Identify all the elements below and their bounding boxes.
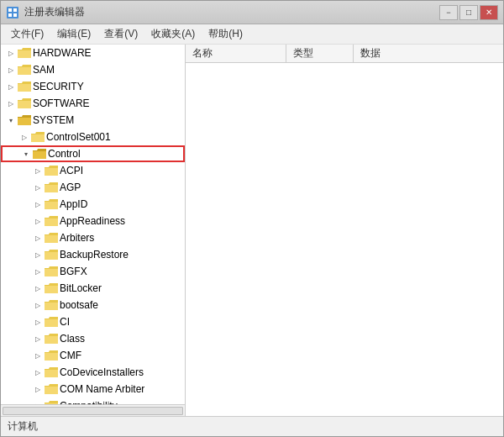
label-agp: AGP (60, 182, 81, 193)
label-backuprestore: BackupRestore (60, 249, 129, 261)
col-header-type: 类型 (286, 45, 354, 62)
tree-item-system[interactable]: ▾ SYSTEM (1, 112, 185, 129)
tree-item-software[interactable]: ▷ SOFTWARE (1, 95, 185, 112)
folder-icon-arbiters (45, 232, 58, 244)
tree-item-class[interactable]: ▷ Class (1, 330, 185, 347)
folder-icon-acpi (45, 165, 58, 176)
tree-item-bgfx[interactable]: ▷ BGFX (1, 263, 185, 280)
expand-control[interactable]: ▾ (19, 147, 33, 161)
label-comname: COM Name Arbiter (60, 383, 144, 395)
title-bar: 注册表编辑器 － □ ✕ (1, 1, 503, 24)
folder-icon-backuprestore (45, 249, 58, 261)
expand-hardware[interactable]: ▷ (4, 46, 18, 60)
detail-header: 名称 类型 数据 (186, 45, 503, 63)
svg-rect-2 (13, 8, 17, 12)
expand-codeviceinstallers[interactable]: ▷ (31, 366, 45, 379)
label-arbiters: Arbiters (60, 232, 94, 244)
tree-item-appid[interactable]: ▷ AppID (1, 196, 185, 213)
minimize-button[interactable]: － (439, 5, 458, 20)
expand-bootsafe[interactable]: ▷ (31, 298, 45, 312)
label-codeviceinstallers: CoDeviceInstallers (60, 366, 144, 378)
label-controlset001: ControlSet001 (46, 131, 111, 143)
label-appreadiness: AppReadiness (60, 215, 125, 227)
maximize-button[interactable]: □ (459, 5, 478, 20)
folder-icon-codeviceinstallers (45, 366, 58, 378)
menu-bar: 文件(F) 编辑(E) 查看(V) 收藏夹(A) 帮助(H) (1, 24, 503, 45)
main-content: ▷ HARDWARE ▷ (1, 45, 503, 416)
expand-backuprestore[interactable]: ▷ (31, 248, 45, 261)
expand-sam[interactable]: ▷ (4, 63, 18, 76)
expand-arbiters[interactable]: ▷ (31, 231, 45, 245)
label-bootsafe: bootsafe (60, 299, 98, 311)
menu-edit[interactable]: 编辑(E) (50, 25, 97, 43)
status-text: 计算机 (8, 419, 38, 434)
expand-appid[interactable]: ▷ (31, 197, 45, 211)
folder-icon-bitlocker (45, 282, 58, 294)
folder-icon-system (18, 114, 31, 126)
menu-view[interactable]: 查看(V) (97, 25, 144, 43)
folder-icon-controlset001 (31, 131, 45, 143)
tree-item-cmf[interactable]: ▷ CMF (1, 347, 185, 364)
tree-item-codeviceinstallers[interactable]: ▷ CoDeviceInstallers (1, 364, 185, 381)
label-appid: AppID (60, 198, 87, 210)
expand-ci[interactable]: ▷ (31, 315, 45, 329)
expand-security[interactable]: ▷ (4, 80, 18, 93)
menu-file[interactable]: 文件(F) (4, 25, 50, 43)
folder-icon-bgfx (45, 266, 58, 277)
expand-agp[interactable]: ▷ (31, 181, 45, 194)
folder-icon-software (18, 97, 31, 109)
tree-item-controlset001[interactable]: ▷ ControlSet001 (1, 129, 185, 145)
label-acpi: ACPI (60, 165, 83, 176)
folder-icon-class (45, 333, 58, 345)
expand-cmf[interactable]: ▷ (31, 349, 45, 362)
label-ci: CI (60, 316, 70, 328)
col-header-name: 名称 (186, 45, 286, 62)
tree-item-arbiters[interactable]: ▷ Arbiters (1, 229, 185, 246)
label-control: Control (48, 148, 81, 160)
label-bgfx: BGFX (60, 266, 87, 277)
tree-hscroll[interactable] (1, 404, 185, 416)
expand-bitlocker[interactable]: ▷ (31, 282, 45, 295)
folder-icon-cmf (45, 350, 58, 361)
expand-software[interactable]: ▷ (4, 97, 18, 110)
expand-acpi[interactable]: ▷ (31, 164, 45, 177)
close-button[interactable]: ✕ (480, 5, 498, 20)
menu-favorites[interactable]: 收藏夹(A) (144, 25, 202, 43)
tree-item-bootsafe[interactable]: ▷ bootsafe (1, 297, 185, 313)
label-system: SYSTEM (33, 114, 74, 126)
tree-item-hardware[interactable]: ▷ HARDWARE (1, 45, 185, 61)
tree-item-bitlocker[interactable]: ▷ BitLocker (1, 280, 185, 297)
tree-scroll[interactable]: ▷ HARDWARE ▷ (1, 45, 185, 404)
tree-item-compatibility[interactable]: ▷ Compatibility (1, 398, 185, 404)
folder-icon-sam (18, 64, 31, 76)
tree-item-acpi[interactable]: ▷ ACPI (1, 162, 185, 179)
menu-help[interactable]: 帮助(H) (202, 25, 249, 43)
expand-class[interactable]: ▷ (31, 332, 45, 345)
detail-body[interactable] (186, 63, 503, 416)
expand-comname[interactable]: ▷ (31, 382, 45, 396)
label-class: Class (60, 333, 85, 345)
tree-item-backuprestore[interactable]: ▷ BackupRestore (1, 246, 185, 263)
tree-item-security[interactable]: ▷ SECURITY (1, 78, 185, 95)
label-hardware: HARDWARE (33, 47, 92, 59)
tree-item-sam[interactable]: ▷ SAM (1, 61, 185, 78)
folder-icon-security (18, 81, 31, 92)
col-header-data: 数据 (354, 45, 503, 62)
tree-item-comname[interactable]: ▷ COM Name Arbiter (1, 381, 185, 398)
folder-icon-agp (45, 182, 58, 193)
tree-panel: ▷ HARDWARE ▷ (1, 45, 186, 416)
expand-bgfx[interactable]: ▷ (31, 265, 45, 278)
window-title: 注册表编辑器 (24, 5, 85, 19)
expand-controlset001[interactable]: ▷ (18, 130, 31, 144)
tree-item-agp[interactable]: ▷ AGP (1, 179, 185, 196)
tree-item-appreadiness[interactable]: ▷ AppReadiness (1, 213, 185, 229)
expand-system[interactable]: ▾ (4, 113, 18, 127)
expand-appreadiness[interactable]: ▷ (31, 214, 45, 228)
folder-icon-control (33, 148, 46, 160)
tree-item-ci[interactable]: ▷ CI (1, 313, 185, 330)
label-security: SECURITY (33, 81, 84, 92)
folder-icon-ci (45, 316, 58, 328)
label-sam: SAM (33, 64, 55, 76)
tree-item-control[interactable]: ▾ Control (1, 145, 185, 162)
svg-rect-3 (8, 13, 12, 17)
